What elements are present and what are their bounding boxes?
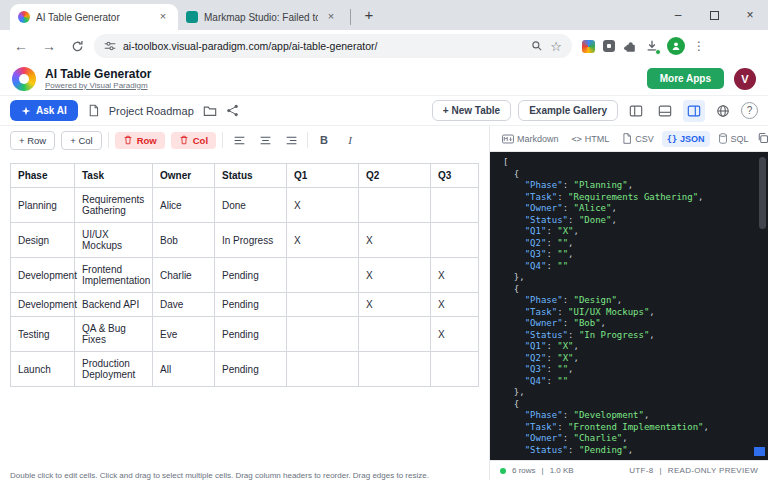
table-cell[interactable]: X <box>431 258 479 293</box>
table-cell[interactable] <box>431 223 479 258</box>
column-header[interactable]: Phase <box>11 164 75 188</box>
add-row-button[interactable]: + Row <box>10 131 55 150</box>
table-cell[interactable] <box>359 352 431 387</box>
bold-button[interactable]: B <box>314 130 334 150</box>
reload-button[interactable] <box>66 35 88 57</box>
align-left-button[interactable] <box>229 130 249 150</box>
table-cell[interactable]: QA & Bug Fixes <box>75 317 153 352</box>
layout-bottom-panel-button[interactable] <box>654 100 676 122</box>
browser-tab-active[interactable]: AI Table Generator × <box>10 4 178 30</box>
powered-by-link[interactable]: Powered by Visual Paradigm <box>45 81 151 90</box>
extension-icon[interactable] <box>603 40 615 52</box>
table-cell[interactable]: Backend API <box>75 293 153 317</box>
table-cell[interactable]: Frontend Implementation <box>75 258 153 293</box>
bookmark-star-icon[interactable]: ☆ <box>550 39 562 54</box>
more-apps-button[interactable]: More Apps <box>647 68 724 89</box>
language-globe-button[interactable] <box>712 100 734 122</box>
tab-json[interactable]: {} JSON <box>662 131 710 147</box>
table-cell[interactable]: Eve <box>153 317 215 352</box>
tab-close-icon[interactable]: × <box>156 10 170 24</box>
table-cell[interactable]: Pending <box>215 258 287 293</box>
align-center-button[interactable] <box>255 130 275 150</box>
url-bar[interactable]: ai-toolbox.visual-paradigm.com/app/ai-ta… <box>94 34 572 58</box>
delete-row-button[interactable]: Row <box>115 132 165 149</box>
minimize-button[interactable]: – <box>660 0 696 30</box>
table-cell[interactable]: Development <box>11 258 75 293</box>
italic-button[interactable]: I <box>340 130 360 150</box>
table-cell[interactable]: Launch <box>11 352 75 387</box>
browser-menu-icon[interactable]: ⋮ <box>693 39 705 53</box>
downloads-button[interactable] <box>645 39 659 53</box>
column-header[interactable]: Owner <box>153 164 215 188</box>
extension-icon[interactable] <box>582 40 595 53</box>
table-cell[interactable]: Development <box>11 293 75 317</box>
user-avatar[interactable]: V <box>734 68 756 90</box>
extensions-puzzle-icon[interactable] <box>623 39 637 53</box>
table-cell[interactable] <box>359 317 431 352</box>
align-right-button[interactable] <box>281 130 301 150</box>
add-column-button[interactable]: + Col <box>61 131 101 150</box>
table-cell[interactable]: All <box>153 352 215 387</box>
table-cell[interactable] <box>287 352 359 387</box>
zoom-icon[interactable] <box>531 40 543 52</box>
maximize-button[interactable] <box>696 0 732 30</box>
table-cell[interactable]: Production Deployment <box>75 352 153 387</box>
table-cell[interactable]: Pending <box>215 293 287 317</box>
table-cell[interactable]: X <box>431 317 479 352</box>
table-cell[interactable]: Charlie <box>153 258 215 293</box>
site-info-icon[interactable] <box>104 40 116 52</box>
editor-scrollbar[interactable] <box>759 157 766 229</box>
json-preview-editor[interactable]: [ { "Phase": "Planning", "Task": "Requir… <box>490 152 768 460</box>
new-tab-button[interactable]: + <box>357 3 381 27</box>
ask-ai-button[interactable]: Ask AI <box>10 100 78 121</box>
share-icon[interactable] <box>226 104 239 117</box>
table-cell[interactable]: X <box>287 188 359 223</box>
table-cell[interactable]: Pending <box>215 352 287 387</box>
table-cell[interactable]: Dave <box>153 293 215 317</box>
table-cell[interactable] <box>359 188 431 223</box>
table-cell[interactable]: Alice <box>153 188 215 223</box>
layout-left-panel-button[interactable] <box>625 100 647 122</box>
open-folder-icon[interactable] <box>203 104 217 118</box>
table-cell[interactable]: X <box>431 293 479 317</box>
column-header[interactable]: Q1 <box>287 164 359 188</box>
tab-sql[interactable]: SQL <box>713 130 754 147</box>
close-window-button[interactable]: × <box>732 0 768 30</box>
table-cell[interactable] <box>287 258 359 293</box>
table-cell[interactable]: UI/UX Mockups <box>75 223 153 258</box>
example-gallery-button[interactable]: Example Gallery <box>518 100 618 121</box>
tab-close-icon[interactable]: × <box>324 10 338 24</box>
layout-right-panel-button[interactable] <box>683 100 705 122</box>
forward-button[interactable]: → <box>38 35 60 57</box>
table-cell[interactable]: Done <box>215 188 287 223</box>
table-cell[interactable]: Requirements Gathering <box>75 188 153 223</box>
table-cell[interactable]: X <box>287 223 359 258</box>
table-cell[interactable]: X <box>359 258 431 293</box>
tab-csv[interactable]: CSV <box>617 130 659 147</box>
column-header[interactable]: Status <box>215 164 287 188</box>
table-cell[interactable]: Design <box>11 223 75 258</box>
profile-avatar[interactable] <box>667 37 685 55</box>
table-cell[interactable] <box>431 188 479 223</box>
browser-tab-inactive[interactable]: Markmap Studio: Failed to ope × <box>178 4 346 30</box>
help-button[interactable]: ? <box>741 102 758 119</box>
table-cell[interactable] <box>287 293 359 317</box>
delete-column-button[interactable]: Col <box>171 132 216 149</box>
table-cell[interactable]: Bob <box>153 223 215 258</box>
tab-html[interactable]: <> HTML <box>567 131 615 147</box>
column-header[interactable]: Task <box>75 164 153 188</box>
tab-markdown[interactable]: Markdown <box>497 131 564 147</box>
table-cell[interactable]: Testing <box>11 317 75 352</box>
table-cell[interactable]: X <box>359 223 431 258</box>
column-header[interactable]: Q2 <box>359 164 431 188</box>
table-cell[interactable]: In Progress <box>215 223 287 258</box>
copy-icon[interactable] <box>757 130 768 148</box>
new-table-button[interactable]: + New Table <box>432 100 511 121</box>
table-cell[interactable] <box>287 317 359 352</box>
table-cell[interactable]: Pending <box>215 317 287 352</box>
table-cell[interactable]: X <box>359 293 431 317</box>
table-cell[interactable] <box>431 352 479 387</box>
table-cell[interactable]: Planning <box>11 188 75 223</box>
back-button[interactable]: ← <box>10 35 32 57</box>
document-title[interactable]: Project Roadmap <box>109 105 194 117</box>
